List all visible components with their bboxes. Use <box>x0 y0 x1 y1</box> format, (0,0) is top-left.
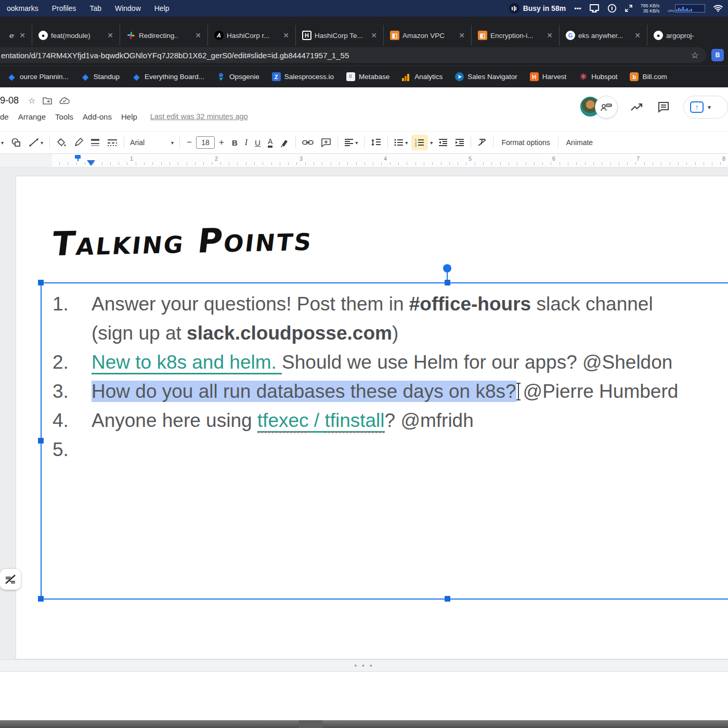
align-button[interactable]: ▾ <box>341 135 361 150</box>
presenter-view-button[interactable] <box>595 96 618 119</box>
list-item-1[interactable]: 1. Answer your questions! Post them in #… <box>16 290 728 319</box>
star-document-icon[interactable]: ☆ <box>28 96 35 106</box>
move-folder-icon[interactable] <box>43 96 52 106</box>
line-tool-dropdown[interactable]: ▾ <box>41 140 43 146</box>
bookmark-opsgenie[interactable]: Opsgenie <box>212 70 265 84</box>
present-dropdown-icon[interactable]: ▼ <box>707 105 712 110</box>
animate-button[interactable]: Animate <box>561 138 598 147</box>
document-title[interactable]: 9-08 <box>0 95 19 106</box>
tab-close-icon[interactable]: ✕ <box>457 31 467 40</box>
list-item-2[interactable]: 2. New to k8s and helm. Should we use He… <box>16 348 728 377</box>
menu-addons[interactable]: Add-ons <box>78 112 116 121</box>
text-color-button[interactable]: A <box>264 135 276 150</box>
browser-tab[interactable]: ● feat(module) ✕ <box>32 25 120 46</box>
textbox-border-bottom[interactable] <box>41 599 728 600</box>
left-indent-marker[interactable] <box>87 160 95 166</box>
underline-button[interactable]: U <box>251 135 264 150</box>
menu-help[interactable]: Help <box>148 4 176 12</box>
list-item-1-line2[interactable]: (sign up at slack.cloudposse.com) <box>16 319 728 348</box>
textbox-border-top[interactable] <box>41 282 728 283</box>
bookmark-metabase[interactable]: ⠿ Metabase <box>341 70 395 84</box>
border-weight-button[interactable] <box>87 135 103 150</box>
resize-handle-top-mid[interactable] <box>445 280 450 285</box>
format-options-button[interactable]: Format options <box>496 138 555 147</box>
menu-bookmarks[interactable]: ookmarks <box>0 4 45 12</box>
bookmark-bill[interactable]: b Bill.com <box>625 70 672 84</box>
font-size-decrease[interactable]: − <box>183 137 196 148</box>
line-spacing-button[interactable] <box>367 135 385 150</box>
tab-close-icon[interactable]: ✕ <box>193 31 203 40</box>
rotate-handle[interactable] <box>443 264 451 272</box>
bulleted-list-button[interactable]: ▾ <box>391 135 411 150</box>
border-color-button[interactable] <box>70 135 87 150</box>
bookmark-star-icon[interactable]: ☆ <box>689 50 701 61</box>
decrease-indent-button[interactable] <box>435 135 451 150</box>
browser-tab[interactable]: H HashiCorp Te... ✕ <box>296 25 384 46</box>
browser-tab[interactable]: A HashiCorp r... ✕ <box>208 25 296 46</box>
ruler[interactable]: 1 2 3 4 5 6 7 8 <box>0 154 728 167</box>
menu-profiles[interactable]: Profiles <box>45 4 83 12</box>
resize-handle-mid-left[interactable] <box>38 438 44 444</box>
browser-tab[interactable]: Redirecting.. ✕ <box>120 25 208 46</box>
url-text[interactable]: entation/d/174RM4XYfjd1va-bqwdkOGNloYFq7… <box>1 51 689 60</box>
font-size-increase[interactable]: + <box>215 137 228 148</box>
align-dropdown[interactable]: ▾ <box>355 140 358 146</box>
fill-color-button[interactable] <box>53 135 70 150</box>
list-item-3[interactable]: 3. How do you all run databases these da… <box>16 377 728 406</box>
numbered-list-button[interactable]: 123 <box>411 135 428 150</box>
highlight-color-button[interactable] <box>276 135 293 150</box>
tab-close-icon[interactable]: ✕ <box>281 31 291 40</box>
resize-handle-bottom-left[interactable] <box>38 596 44 602</box>
menu-tab[interactable]: Tab <box>83 4 108 12</box>
tfexec-tfinstall-link[interactable]: tfexec / tfinstall <box>257 410 385 433</box>
list-item-5[interactable]: 5. <box>16 435 728 464</box>
clear-formatting-button[interactable] <box>474 135 490 150</box>
k8s-helm-link[interactable]: New to k8s and helm. <box>92 352 282 374</box>
bookmark-analytics[interactable]: Analytics <box>397 70 448 84</box>
trend-insights-icon[interactable] <box>630 102 644 112</box>
browser-tab[interactable]: ewic ✕ <box>0 25 32 46</box>
numbered-list-dropdown[interactable]: ▾ <box>430 140 433 146</box>
address-field[interactable]: entation/d/174RM4XYfjd1va-bqwdkOGNloYFq7… <box>0 47 706 63</box>
menu-tools[interactable]: Tools <box>50 112 78 121</box>
bookmark-resource-planning[interactable]: ◆ ource Plannin... <box>2 70 74 84</box>
talking-points-list[interactable]: 1. Answer your questions! Post them in #… <box>16 290 728 464</box>
resize-handle-top-left[interactable] <box>38 280 44 285</box>
autofit-text-button[interactable] <box>0 569 21 590</box>
add-comment-button[interactable] <box>317 135 335 150</box>
cpu-meter[interactable]: CPU <box>668 4 705 12</box>
slide-title[interactable]: Talking Points <box>50 219 316 263</box>
select-tool-dropdown[interactable]: ▾ <box>0 135 7 150</box>
browser-tab[interactable]: ● argoproj- <box>647 25 728 46</box>
menu-help[interactable]: Help <box>116 112 142 121</box>
screen-mirroring-icon[interactable] <box>590 4 599 12</box>
menu-slide[interactable]: de <box>0 112 14 121</box>
menu-window[interactable]: Window <box>108 4 148 12</box>
comments-icon[interactable] <box>657 101 670 113</box>
font-family-select[interactable]: Arial▾ <box>127 135 177 150</box>
cloud-saved-icon[interactable] <box>59 96 70 106</box>
bulleted-list-dropdown[interactable]: ▾ <box>405 140 408 146</box>
border-dash-button[interactable] <box>103 135 121 150</box>
notes-resize-handle[interactable]: • • • <box>0 659 728 672</box>
extension-icon[interactable]: B <box>711 49 724 61</box>
list-item-4[interactable]: 4. Anyone here using tfexec / tfinstall?… <box>16 406 728 435</box>
browser-tab[interactable]: ◧ Encryption-i... ✕ <box>472 25 560 46</box>
tab-close-icon[interactable]: ✕ <box>544 31 555 40</box>
shape-tool[interactable] <box>7 135 25 150</box>
bookmark-sales-navigator[interactable]: ➤ Sales Navigator <box>450 70 522 84</box>
more-menu-icon[interactable]: ••• <box>574 5 581 12</box>
focus-status[interactable]: Busy in 58m <box>509 3 566 14</box>
menu-arrange[interactable]: Arrange <box>14 112 50 121</box>
bold-button[interactable]: B <box>228 135 241 150</box>
tab-close-icon[interactable]: ✕ <box>105 31 115 40</box>
selected-text[interactable]: How do you all run databases these days … <box>92 381 516 402</box>
slide[interactable]: Talking Points 1. Answer your questions!… <box>16 176 728 659</box>
increase-indent-button[interactable] <box>451 135 468 150</box>
record-stop-icon[interactable] <box>607 4 617 13</box>
bookmark-harvest[interactable]: H Harvest <box>525 70 572 84</box>
browser-tab[interactable]: ◧ Amazon VPC ✕ <box>384 25 472 46</box>
bookmark-hubspot[interactable]: ✳ Hubspot <box>574 70 622 84</box>
resize-handle-bottom-mid[interactable] <box>445 596 450 602</box>
present-button[interactable]: ↑ ▼ <box>683 96 728 119</box>
